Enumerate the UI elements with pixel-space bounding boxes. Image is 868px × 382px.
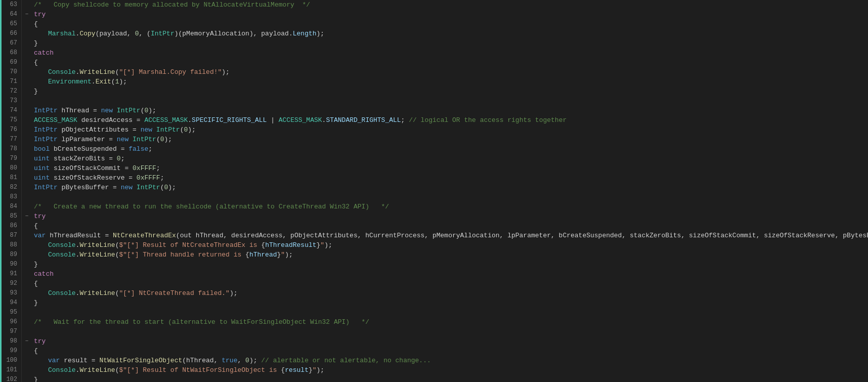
code-line-98: try <box>32 336 868 346</box>
code-editor: 63 64 65 66 67 68 69 70 71 72 73 74 75 7… <box>0 0 868 382</box>
code-line-75: ACCESS_MASK desiredAccess = ACCESS_MASK.… <box>32 115 868 125</box>
code-line-73 <box>32 96 868 106</box>
code-line-78: bool bCreateSuspended = false; <box>32 144 868 154</box>
code-line-74: IntPtr hThread = new IntPtr(0); <box>32 106 868 115</box>
code-line-92: { <box>32 279 868 288</box>
code-line-82: IntPtr pBytesBuffer = new IntPtr(0); <box>32 183 868 192</box>
code-line-71: Environment.Exit(1); <box>32 77 868 87</box>
code-line-101: Console.WriteLine($"[*] Result of NtWait… <box>32 365 868 375</box>
code-line-99: { <box>32 346 868 356</box>
line-numbers: 63 64 65 66 67 68 69 70 71 72 73 74 75 7… <box>2 0 22 382</box>
code-line-88: Console.WriteLine($"[*] Result of NtCrea… <box>32 240 868 250</box>
code-line-64: try <box>32 10 868 19</box>
code-line-68: catch <box>32 48 868 58</box>
code-line-72: } <box>32 87 868 96</box>
code-line-79: uint stackZeroBits = 0; <box>32 154 868 163</box>
fold-column: − − <box>22 0 32 382</box>
code-line-84: /* Create a new thread to run the shellc… <box>32 202 868 211</box>
code-line-81: uint sizeOfStackReserve = 0xFFFF; <box>32 173 868 183</box>
code-line-80: uint sizeOfStackCommit = 0xFFFF; <box>32 163 868 173</box>
code-content: /* Copy shellcode to memory allocated by… <box>32 0 868 382</box>
fold-button-85[interactable]: − <box>22 211 32 221</box>
code-line-91: catch <box>32 269 868 279</box>
code-line-90: } <box>32 260 868 269</box>
code-line-97 <box>32 327 868 336</box>
code-line-77: IntPtr lpParameter = new IntPtr(0); <box>32 135 868 144</box>
code-line-95 <box>32 308 868 317</box>
code-line-69: { <box>32 58 868 67</box>
code-line-89: Console.WriteLine($"[*] Thread handle re… <box>32 250 868 260</box>
code-line-86: { <box>32 221 868 231</box>
fold-button-98[interactable]: − <box>22 336 32 346</box>
code-line-70: Console.WriteLine("[*] Marshal.Copy fail… <box>32 67 868 77</box>
code-line-93: Console.WriteLine("[*] NtCreateThread fa… <box>32 288 868 298</box>
code-line-94: } <box>32 298 868 308</box>
code-line-102: } <box>32 375 868 382</box>
fold-button-64[interactable]: − <box>22 10 32 19</box>
code-line-100: var result = NtWaitForSingleObject(hThre… <box>32 356 868 365</box>
code-line-87: var hThreadResult = NtCreateThreadEx(out… <box>32 231 868 240</box>
code-line-85: try <box>32 211 868 221</box>
code-line-96: /* Wait for the thread to start (alterna… <box>32 317 868 327</box>
code-line-83 <box>32 192 868 202</box>
code-line-67: } <box>32 38 868 48</box>
code-line-63: /* Copy shellcode to memory allocated by… <box>32 0 868 10</box>
code-line-66: Marshal.Copy(payload, 0, (IntPtr)(pMemor… <box>32 29 868 38</box>
code-line-65: { <box>32 19 868 29</box>
code-line-76: IntPtr pObjectAttributes = new IntPtr(0)… <box>32 125 868 135</box>
